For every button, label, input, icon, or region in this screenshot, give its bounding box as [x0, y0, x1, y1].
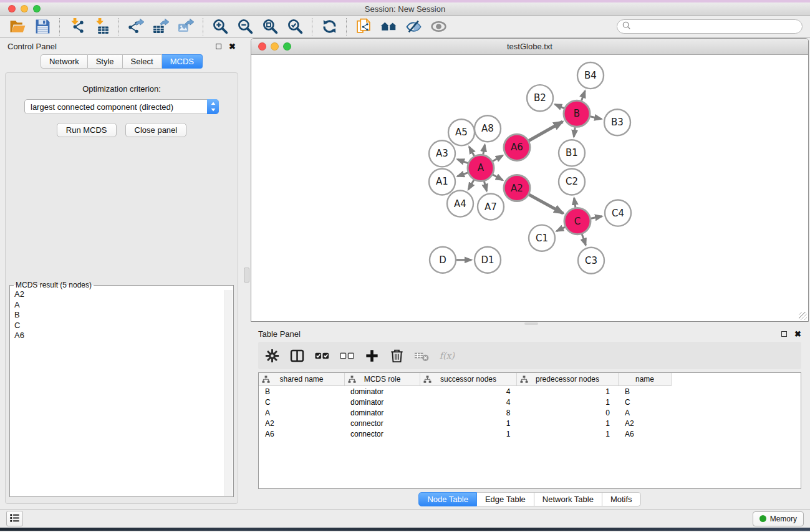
vertical-split-divider[interactable]: [243, 38, 251, 509]
edge-A-A5[interactable]: [469, 147, 474, 156]
export-image-icon[interactable]: [173, 17, 198, 37]
node-A8[interactable]: A8: [475, 115, 501, 142]
node-B1[interactable]: B1: [559, 140, 585, 166]
result-scrollbar[interactable]: [224, 290, 233, 496]
node-D[interactable]: D: [430, 247, 456, 273]
tab-network[interactable]: Network: [41, 54, 88, 69]
result-item[interactable]: A6: [13, 331, 233, 341]
edge-A-A3[interactable]: [457, 159, 468, 163]
minimize-view-button[interactable]: [271, 42, 279, 51]
zoom-selected-icon[interactable]: [282, 17, 307, 37]
node-A[interactable]: A: [468, 155, 494, 181]
node-A3[interactable]: A3: [429, 140, 455, 167]
eye-slash-icon[interactable]: [401, 17, 426, 37]
search-box[interactable]: [617, 19, 803, 34]
close-panel-icon[interactable]: ✖: [229, 42, 236, 51]
column-header[interactable]: shared name: [259, 373, 344, 385]
eye-icon[interactable]: [426, 17, 451, 37]
column-header[interactable]: MCDS role: [344, 373, 420, 385]
minimize-window-button[interactable]: [21, 5, 28, 12]
node-D1[interactable]: D1: [475, 247, 501, 273]
horizontal-split-divider[interactable]: [251, 322, 809, 326]
import-network-icon[interactable]: [64, 17, 89, 37]
edge-B-B1[interactable]: [574, 127, 575, 137]
node-B3[interactable]: B3: [604, 109, 630, 135]
result-item[interactable]: A2: [13, 289, 233, 300]
result-item[interactable]: C: [13, 321, 233, 331]
search-input[interactable]: [634, 22, 798, 31]
edge-A2-C[interactable]: [529, 195, 563, 213]
edge-C-C1[interactable]: [557, 227, 566, 231]
column-header[interactable]: name: [618, 373, 671, 385]
edge-A-A7[interactable]: [485, 181, 487, 191]
save-icon[interactable]: [30, 17, 55, 37]
maximize-view-button[interactable]: [283, 42, 291, 51]
close-view-button[interactable]: [258, 42, 266, 51]
maximize-window-button[interactable]: [33, 5, 41, 12]
node-B2[interactable]: B2: [527, 85, 553, 111]
node-A2[interactable]: A2: [504, 175, 530, 201]
app-titlebar[interactable]: Session: New Session: [0, 2, 810, 16]
homes-icon[interactable]: [376, 17, 401, 37]
add-row-icon[interactable]: [364, 348, 380, 364]
node-A5[interactable]: A5: [448, 119, 475, 145]
tab-mcds[interactable]: MCDS: [162, 54, 203, 69]
column-header[interactable]: successor nodes: [420, 373, 516, 385]
zoom-fit-icon[interactable]: [258, 17, 282, 37]
edge-C-C3[interactable]: [582, 234, 586, 245]
trash-icon[interactable]: [389, 348, 405, 364]
table-row[interactable]: Cdominator41C: [259, 397, 672, 407]
edge-B-B4[interactable]: [582, 91, 586, 101]
export-table-icon[interactable]: [148, 17, 173, 37]
columns-icon[interactable]: [289, 348, 305, 364]
node-C[interactable]: C: [564, 208, 591, 235]
node-B[interactable]: B: [564, 100, 590, 127]
tab-network-table[interactable]: Network Table: [534, 492, 602, 506]
gear-icon[interactable]: [264, 348, 280, 364]
edge-C-C2[interactable]: [574, 198, 576, 208]
edge-A-A6[interactable]: [493, 155, 503, 161]
edge-A-A4[interactable]: [468, 180, 474, 190]
edge-A6-B[interactable]: [529, 122, 562, 141]
table-row[interactable]: A6connector11A6: [259, 429, 672, 439]
tab-style[interactable]: Style: [88, 54, 123, 69]
network-window-titlebar[interactable]: testGlobe.txt: [251, 39, 808, 55]
edge-B-B2[interactable]: [555, 104, 564, 108]
memory-button[interactable]: Memory: [753, 511, 804, 526]
run-mcds-button[interactable]: Run MCDS: [57, 123, 117, 137]
panel-selector-button[interactable]: [6, 511, 23, 526]
close-window-button[interactable]: [8, 5, 16, 12]
float-panel-icon[interactable]: [216, 44, 221, 49]
table-row[interactable]: Adominator80A: [259, 408, 672, 418]
table-row[interactable]: A2connector11A2: [259, 418, 672, 428]
node-A7[interactable]: A7: [478, 194, 504, 220]
close-panel-icon[interactable]: ✖: [794, 330, 801, 338]
divider-handle[interactable]: [524, 322, 538, 325]
tab-node-table[interactable]: Node Table: [418, 492, 477, 506]
network-canvas[interactable]: AA1A2A3A4A5A6A7A8BB1B2B3B4CC1C2C3C4DD1: [251, 55, 808, 321]
node-C2[interactable]: C2: [559, 168, 585, 195]
tab-edge-table[interactable]: Edge Table: [477, 492, 534, 506]
node-C4[interactable]: C4: [605, 200, 631, 226]
node-C3[interactable]: C3: [578, 248, 604, 274]
close-panel-button[interactable]: Close panel: [125, 123, 187, 137]
float-panel-icon[interactable]: [781, 331, 787, 337]
zoom-out-icon[interactable]: [233, 17, 258, 37]
select-all-icon[interactable]: [314, 348, 330, 364]
export-network-icon[interactable]: [123, 17, 148, 37]
edge-A-A8[interactable]: [483, 145, 485, 155]
edge-C-C4[interactable]: [591, 216, 602, 219]
node-A4[interactable]: A4: [447, 191, 473, 217]
column-header[interactable]: predecessor nodes: [516, 373, 618, 385]
tab-motifs[interactable]: Motifs: [602, 492, 641, 506]
criterion-select[interactable]: largest connected component (directed): [24, 99, 219, 114]
edge-B-B3[interactable]: [591, 117, 602, 119]
edge-A-A2[interactable]: [493, 175, 503, 180]
table-row[interactable]: Bdominator41B: [259, 387, 672, 397]
deselect-all-icon[interactable]: [339, 348, 355, 364]
node-A1[interactable]: A1: [429, 168, 455, 195]
node-C1[interactable]: C1: [529, 225, 555, 251]
result-item[interactable]: A: [13, 300, 233, 311]
tab-select[interactable]: Select: [123, 54, 162, 69]
node-A6[interactable]: A6: [504, 134, 530, 160]
